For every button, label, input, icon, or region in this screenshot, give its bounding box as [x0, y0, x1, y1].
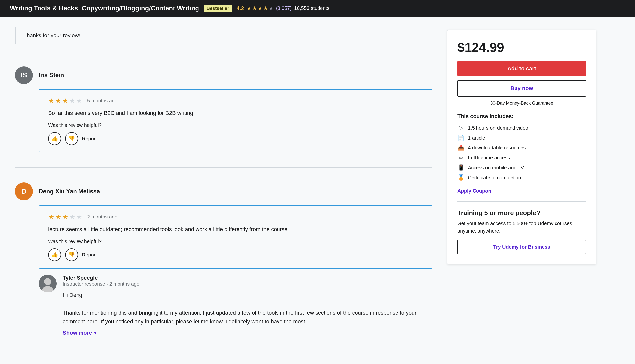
list-item: 📱 Access on mobile and TV: [457, 164, 586, 171]
course-card: $124.99 Add to cart Buy now 30-Day Money…: [447, 30, 596, 264]
review-meta: ★ ★ ★ ★ ★ 5 months ago: [48, 96, 423, 105]
main-content: Thanks for your review! IS Iris Stein ★ …: [0, 0, 635, 344]
download-icon: 📥: [457, 144, 464, 151]
video-icon: ▷: [457, 125, 464, 131]
thumbs-down-button[interactable]: 👎: [65, 248, 78, 261]
rating-number: 4.2: [237, 5, 244, 12]
business-description: Get your team access to 5,500+ top Udemy…: [457, 220, 586, 235]
money-back-guarantee: 30-Day Money-Back Guarantee: [457, 100, 586, 106]
reviewer-name: Iris Stein: [39, 72, 64, 79]
infinity-icon: ∞: [457, 154, 464, 161]
reviews-count: (3,057): [276, 6, 292, 11]
instructor-avatar: [39, 274, 57, 292]
chevron-down-icon: ▾: [94, 330, 96, 336]
report-button[interactable]: Report: [82, 252, 97, 258]
include-text: 1.5 hours on-demand video: [468, 125, 528, 131]
review-item: D Deng Xiu Yan Melissa ★ ★ ★ ★ ★ 2 month…: [15, 175, 432, 344]
buy-now-button[interactable]: Buy now: [457, 80, 586, 96]
bestseller-badge: Bestseller: [204, 5, 232, 12]
instructor-content: Tyler Speegle Instructor response · 2 mo…: [63, 274, 432, 336]
show-more-button[interactable]: Show more ▾: [63, 330, 96, 336]
list-item: ∞ Full lifetime access: [457, 154, 586, 161]
page-title: Writing Tools & Hacks: Copywriting/Blogg…: [10, 4, 199, 12]
apply-coupon-button[interactable]: Apply Coupon: [457, 188, 491, 194]
header-stars: ★ ★ ★ ★ ★: [247, 5, 274, 12]
review-meta: ★ ★ ★ ★ ★ 2 months ago: [48, 213, 423, 221]
instructor-meta: Instructor response · 2 months ago: [63, 281, 432, 287]
students-count: 16,553 students: [294, 6, 329, 11]
review-actions: 👍 👎 Report: [48, 132, 423, 145]
include-text: 4 downloadable resources: [468, 145, 526, 151]
includes-list: ▷ 1.5 hours on-demand video 📄 1 article …: [457, 125, 586, 181]
list-item: 🏅 Certificate of completion: [457, 174, 586, 181]
avatar: D: [15, 182, 33, 200]
review-box: ★ ★ ★ ★ ★ 5 months ago So far this seems…: [39, 89, 432, 152]
instructor-response: Tyler Speegle Instructor response · 2 mo…: [39, 274, 432, 336]
thumbs-up-button[interactable]: 👍: [48, 132, 61, 145]
instructor-name: Tyler Speegle: [63, 274, 432, 281]
article-icon: 📄: [457, 134, 464, 141]
review-actions: 👍 👎 Report: [48, 248, 423, 261]
review-header: D Deng Xiu Yan Melissa: [15, 182, 432, 200]
list-item: 📥 4 downloadable resources: [457, 144, 586, 151]
review-text: lecture seems a little outdated; recomme…: [48, 225, 423, 234]
course-includes-title: This course includes:: [457, 113, 586, 120]
review-stars: ★ ★ ★ ★ ★: [48, 96, 82, 105]
review-box: ★ ★ ★ ★ ★ 2 months ago lecture seems a l…: [39, 205, 432, 269]
thumbs-down-button[interactable]: 👎: [65, 132, 78, 145]
divider-2: [15, 167, 432, 168]
top-reply-text: Thanks for your review!: [23, 32, 80, 38]
review-time: 2 months ago: [87, 214, 117, 220]
course-price: $124.99: [457, 40, 586, 55]
header: Writing Tools & Hacks: Copywriting/Blogg…: [0, 0, 635, 17]
try-business-button[interactable]: Try Udemy for Business: [457, 240, 586, 254]
review-time: 5 months ago: [87, 98, 117, 104]
list-item: ▷ 1.5 hours on-demand video: [457, 125, 586, 131]
add-to-cart-button[interactable]: Add to cart: [457, 61, 586, 76]
reviewer-name: Deng Xiu Yan Melissa: [39, 188, 100, 195]
list-item: 📄 1 article: [457, 134, 586, 141]
mobile-icon: 📱: [457, 164, 464, 171]
include-text: 1 article: [468, 135, 485, 141]
review-stars: ★ ★ ★ ★ ★: [48, 213, 82, 221]
include-text: Certificate of completion: [468, 175, 521, 180]
rating-section: 4.2 ★ ★ ★ ★ ★ (3,057) 16,553 students: [237, 5, 329, 12]
review-helpful: Was this review helpful?: [48, 238, 423, 244]
svg-point-1: [44, 278, 51, 285]
thumbs-up-button[interactable]: 👍: [48, 248, 61, 261]
business-title: Training 5 or more people?: [457, 209, 586, 217]
avatar: IS: [15, 66, 33, 84]
reviews-section: Thanks for your review! IS Iris Stein ★ …: [0, 22, 447, 344]
report-button[interactable]: Report: [82, 136, 97, 142]
divider-1: [15, 51, 432, 52]
review-text: So far this seems very B2C and I am look…: [48, 109, 423, 118]
business-section: Training 5 or more people? Get your team…: [457, 201, 586, 254]
review-item: IS Iris Stein ★ ★ ★ ★ ★ 5 months ago So …: [15, 59, 432, 160]
review-helpful: Was this review helpful?: [48, 122, 423, 128]
certificate-icon: 🏅: [457, 174, 464, 181]
show-more-label: Show more: [63, 330, 92, 336]
include-text: Access on mobile and TV: [468, 165, 524, 170]
review-header: IS Iris Stein: [15, 66, 432, 84]
instructor-text: Hi Deng, Thanks for mentioning this and …: [63, 291, 432, 326]
top-reply: Thanks for your review!: [15, 27, 432, 44]
include-text: Full lifetime access: [468, 155, 510, 161]
